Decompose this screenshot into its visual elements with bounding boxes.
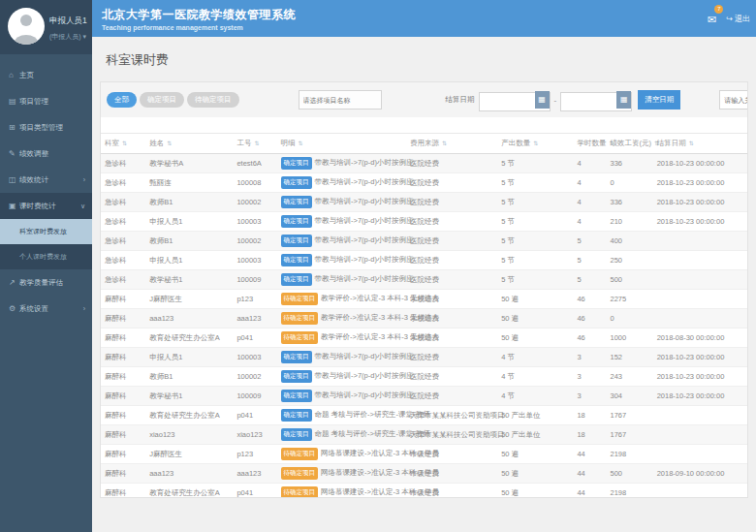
file-icon: ▤ [9, 88, 19, 114]
sort-icon[interactable]: ⇅ [299, 141, 303, 146]
table-row[interactable]: 麻醉科教育处研究生办公室Ap041待确定项目教学评价->准认定-3 本科-3 无… [101, 329, 747, 348]
sort-icon[interactable]: ⇅ [533, 141, 538, 146]
avatar[interactable] [8, 8, 45, 45]
salary-cell: 0 [607, 173, 653, 193]
sidebar-item-课时费统计[interactable]: ▣课时费统计∨ [0, 193, 92, 219]
column-header-费用来源[interactable]: 费用来源⇅ [406, 134, 497, 154]
date-cell [653, 484, 747, 499]
messages-button[interactable]: ✉ 7 [708, 10, 716, 27]
table-row[interactable]: 麻醉科J麻醉医生p123待确定项目教学评价->准认定-3 本科-3 无候选人学校… [101, 290, 747, 309]
sidebar-item-教学质量评估[interactable]: ↗教学质量评估 [0, 269, 92, 296]
table-row[interactable]: 急诊科教学秘书Aetest6A确定项目带教与培训->7(p-d)小时按例应医院经… [101, 154, 747, 173]
grid-icon: ⊞ [9, 114, 19, 141]
project-status-tag[interactable]: 确定项目 [281, 254, 312, 266]
project-status-tag[interactable]: 确定项目 [281, 196, 312, 208]
table-row[interactable]: 麻醉科aaa123aaa123待确定项目网络慕课建设->准认定-3 本科-3 学… [101, 464, 747, 484]
date-cell [653, 425, 747, 445]
sidebar-item-项目类型管理[interactable]: ⊞项目类型管理 [0, 114, 92, 141]
user-role-dropdown[interactable]: (申报人员) ▾ [49, 32, 87, 42]
table-row[interactable]: 麻醉科xiao123xiao123确定项目命题 考核与评价->研究生-课堂-教师… [101, 425, 747, 445]
calendar-icon[interactable]: ▦ [535, 91, 550, 109]
dept-cell: 麻醉科 [101, 309, 145, 329]
table-row[interactable]: 麻醉科aaa123aaa123待确定项目教学评价->准认定-3 本科-3 无候选… [101, 309, 747, 329]
filter-pill-confirmed[interactable]: 确定项目 [140, 92, 184, 108]
id-cell: p041 [233, 406, 276, 425]
sort-icon[interactable]: ⇅ [167, 141, 172, 146]
project-status-tag[interactable]: 确定项目 [281, 215, 312, 228]
salary-cell: 243 [607, 367, 653, 387]
dept-cell: 急诊科 [101, 251, 145, 270]
date-separator: - [554, 96, 557, 105]
id-cell: 100003 [233, 348, 276, 367]
project-status-tag[interactable]: 确定项目 [281, 409, 312, 422]
salary-cell: 336 [607, 154, 653, 173]
submenu-item-个人课时费发放[interactable]: 个人课时费发放 [0, 244, 92, 269]
project-status-tag[interactable]: 待确定项目 [281, 448, 319, 460]
salary-cell: 0 [607, 309, 653, 329]
detail-text: 带教与培训->7(p-d)小时按例应 [315, 216, 414, 225]
date-cell [653, 445, 747, 464]
sidebar-item-主页[interactable]: ⌂主页 [0, 62, 92, 88]
column-header-科室[interactable]: 科室⇅ [101, 134, 145, 154]
column-header-结算日期[interactable]: 结算日期⇅ [653, 134, 747, 154]
sidebar-item-项目管理[interactable]: ▤项目管理 [0, 88, 92, 114]
submenu-item-科室课时费发放[interactable]: 科室课时费发放 [0, 219, 92, 244]
filter-pill-all[interactable]: 全部 [107, 92, 137, 108]
detail-text: 带教与培训->7(p-d)小时按例应 [315, 274, 414, 283]
project-status-tag[interactable]: 确定项目 [281, 273, 312, 286]
table-row[interactable]: 麻醉科教学秘书1100009确定项目带教与培训->7(p-d)小时按例应医院经费… [101, 387, 747, 406]
sidebar: 申报人员1 (申报人员) ▾ ⌂主页▤项目管理⊞项目类型管理✎绩效调整◫绩效统计… [0, 0, 92, 532]
project-status-tag[interactable]: 确定项目 [281, 390, 312, 402]
column-header-姓名[interactable]: 姓名⇅ [145, 134, 233, 154]
table-row[interactable]: 急诊科教师B1100002确定项目带教与培训->7(p-d)小时按例应医院经费5… [101, 193, 747, 212]
sidebar-item-绩效调整[interactable]: ✎绩效调整 [0, 141, 92, 167]
project-status-tag[interactable]: 待确定项目 [281, 293, 319, 305]
sort-icon[interactable]: ⇅ [689, 141, 694, 146]
project-status-tag[interactable]: 确定项目 [281, 235, 312, 247]
table-row[interactable]: 急诊科教师B1100002确定项目带教与培训->7(p-d)小时按例应医院经费5… [101, 232, 747, 251]
project-status-tag[interactable]: 确定项目 [281, 370, 312, 383]
project-status-tag[interactable]: 待确定项目 [281, 312, 319, 325]
output-cell: 4 节 [497, 367, 573, 387]
project-status-tag[interactable]: 待确定项目 [281, 331, 319, 344]
clear-date-button[interactable]: 清空日期 [638, 90, 680, 110]
table-row[interactable]: 急诊科甄丽连100008确定项目带教与培训->7(p-d)小时按例应医院经费5 … [101, 173, 747, 193]
column-header-产出数量[interactable]: 产出数量⇅ [497, 134, 573, 154]
project-status-tag[interactable]: 确定项目 [281, 176, 312, 189]
project-status-tag[interactable]: 待确定项目 [281, 467, 319, 480]
table-row[interactable]: 麻醉科J麻醉医生p123待确定项目网络慕课建设->准认定-3 本科-3 学员市级… [101, 445, 747, 464]
date-cell [653, 406, 747, 425]
column-header-学时数量[interactable]: 学时数量⇅ [573, 134, 606, 154]
keyword-search-input[interactable] [719, 90, 748, 110]
sort-icon[interactable]: ⇅ [254, 141, 259, 146]
column-header-明细[interactable]: 明细⇅ [277, 134, 406, 154]
sidebar-item-绩效统计[interactable]: ◫绩效统计› [0, 167, 92, 193]
sidebar-item-系统设置[interactable]: ⚙系统设置› [0, 296, 92, 322]
detail-cell: 确定项目带教与培训->7(p-d)小时按例应 [277, 232, 406, 251]
project-status-tag[interactable]: 确定项目 [281, 351, 312, 363]
sort-icon[interactable]: ⇅ [442, 141, 447, 146]
table-row[interactable]: 急诊科申报人员1100003确定项目带教与培训->7(p-d)小时按例应医院经费… [101, 251, 747, 270]
project-name-input[interactable] [299, 90, 382, 110]
table-row[interactable]: 麻醉科教育处研究生办公室Ap041确定项目命题 考核与评价->研究生-课堂-教师… [101, 406, 747, 425]
table-row[interactable]: 麻醉科教育处研究生办公室Ap041待确定项目网络慕课建设->准认定-3 本科-3… [101, 484, 747, 499]
detail-cell: 确定项目带教与培训->7(p-d)小时按例应 [277, 154, 406, 173]
column-header-绩效工资(元)[interactable]: 绩效工资(元)⇅ [607, 134, 653, 154]
filter-pill-pending[interactable]: 待确定项目 [187, 92, 239, 108]
project-status-tag[interactable]: 待确定项目 [281, 486, 319, 498]
salary-cell: 336 [607, 193, 653, 212]
output-cell: 5 节 [497, 212, 573, 232]
column-header-工号[interactable]: 工号⇅ [233, 134, 276, 154]
name-cell: 申报人员1 [145, 212, 233, 232]
table-row[interactable]: 麻醉科教师B1100002确定项目带教与培训->7(p-d)小时按例应医院经费4… [101, 367, 747, 387]
table-row[interactable]: 急诊科申报人员1100003确定项目带教与培训->7(p-d)小时按例应医院经费… [101, 212, 747, 232]
table-row[interactable]: 麻醉科申报人员1100003确定项目带教与培训->7(p-d)小时按例应医院经费… [101, 348, 747, 367]
project-status-tag[interactable]: 确定项目 [281, 428, 312, 441]
sort-icon[interactable]: ⇅ [122, 141, 127, 146]
output-cell: 50 遍 [497, 484, 573, 499]
calendar-icon[interactable]: ▦ [616, 91, 631, 109]
logout-button[interactable]: ↪ 退出 [726, 14, 750, 24]
user-panel[interactable]: 申报人员1 (申报人员) ▾ [0, 0, 92, 54]
table-row[interactable]: 急诊科教学秘书1100009确定项目带教与培训->7(p-d)小时按例应医院经费… [101, 270, 747, 290]
project-status-tag[interactable]: 确定项目 [281, 157, 312, 170]
